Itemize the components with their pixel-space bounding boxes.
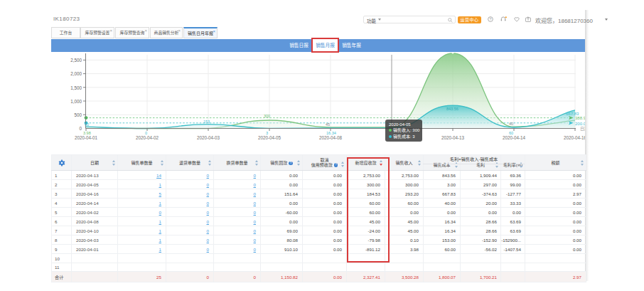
svg-text:2,500: 2,500 [70,58,82,63]
svg-text:日期: 日期 [580,126,585,132]
svg-text:2020-04-05: 2020-04-05 [258,135,281,140]
svg-text:2020-04-01: 2020-04-01 [75,135,98,140]
svg-text:300: 300 [264,114,270,118]
svg-text:45: 45 [326,122,330,127]
svg-text:0: 0 [145,131,147,135]
svg-text:2,000: 2,000 [70,71,82,76]
svg-text:60: 60 [509,131,513,135]
svg-text:1,500: 1,500 [70,85,82,90]
svg-text:0: 0 [79,126,82,131]
svg-text:667.83: 667.83 [566,112,579,116]
svg-text:500: 500 [74,112,82,117]
svg-text:153: 153 [203,120,210,124]
svg-text:3: 3 [266,131,268,135]
svg-text:200.01: 200.01 [575,122,585,126]
svg-text:3.98: 3.98 [83,131,91,135]
svg-text:60: 60 [85,122,89,127]
svg-text:388.92: 388.92 [575,116,585,120]
svg-text:?: ? [490,17,492,21]
svg-text:2020-04-16: 2020-04-16 [564,135,585,140]
svg-text:2020-04-08: 2020-04-08 [319,135,343,140]
svg-text:843.56: 843.56 [446,107,458,111]
svg-text:1,000: 1,000 [70,99,82,104]
svg-text:2020-04-13: 2020-04-13 [441,135,465,140]
svg-text:40: 40 [509,122,513,126]
svg-text:16.34: 16.34 [326,131,336,135]
svg-text:2020-04-14: 2020-04-14 [503,135,526,140]
svg-text:2020-04-03: 2020-04-03 [197,135,220,140]
svg-text:2020-04-02: 2020-04-02 [136,135,159,140]
